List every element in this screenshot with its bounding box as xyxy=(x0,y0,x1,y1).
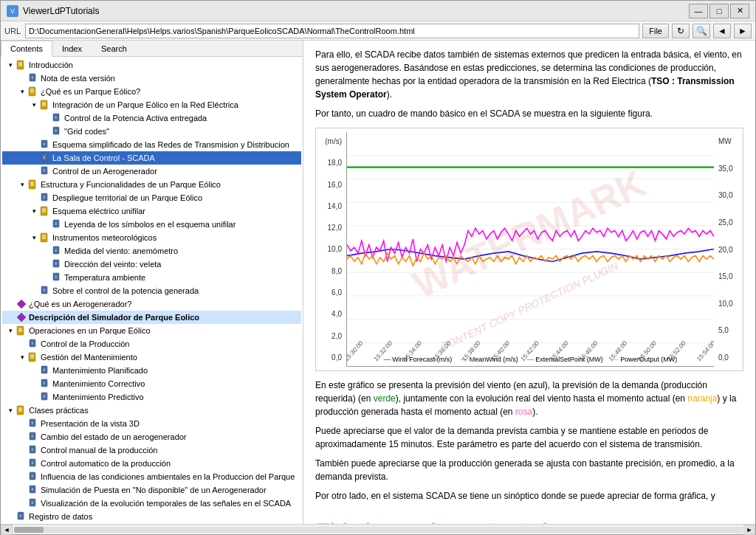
title-bar-left: V ViewerLdPTutorials xyxy=(7,5,99,17)
tree-item-24[interactable]: iMantenimiento Planificado xyxy=(2,364,301,377)
tree-item-18[interactable]: iSobre el control de la potencia generad… xyxy=(2,284,301,297)
maximize-button[interactable]: □ xyxy=(709,4,729,18)
expand-icon-19[interactable] xyxy=(5,299,16,309)
tree-item-17[interactable]: iTemperatura ambiente xyxy=(2,271,301,284)
tree-item-21[interactable]: ▾Operaciones en un Parque Eólico xyxy=(2,324,301,337)
tree-container[interactable]: ▾IntroduccióniNota de esta versión▾¿Qué … xyxy=(1,57,303,524)
expand-icon-28[interactable] xyxy=(17,418,27,429)
tree-item-32[interactable]: iInfluencia de las condiciones ambiental… xyxy=(2,470,301,483)
expand-icon-11[interactable] xyxy=(29,193,39,203)
back-button[interactable]: ◄ xyxy=(713,24,731,38)
search-toolbar-button[interactable]: 🔍 xyxy=(693,24,710,38)
expand-icon-4[interactable]: ▾ xyxy=(29,100,39,110)
tree-item-6[interactable]: i"Grid codes" xyxy=(2,125,301,138)
tree-item-27[interactable]: ▾Clases prácticas xyxy=(2,404,301,417)
address-bar[interactable] xyxy=(25,24,639,38)
expand-icon-24[interactable] xyxy=(29,365,39,376)
tree-item-10[interactable]: ▾Estructura y Funcionalidades de un Parq… xyxy=(2,178,301,191)
tree-item-5[interactable]: iControl de la Potencia Activa entregada xyxy=(2,111,301,125)
expand-icon-15[interactable] xyxy=(41,246,51,256)
tree-item-9[interactable]: iControl de un Aerogenerador xyxy=(2,165,301,178)
expand-icon-25[interactable] xyxy=(29,379,39,389)
tree-item-12[interactable]: ▾Esquema eléctrico unifilar xyxy=(2,204,301,218)
tree-item-11[interactable]: iDespliegue territorial de un Parque Eól… xyxy=(2,191,301,204)
tree-item-26[interactable]: iMantenimiento Predictivo xyxy=(2,390,301,404)
tree-item-4[interactable]: ▾Integración de un Parque Eólico en la R… xyxy=(2,98,301,111)
expand-icon-23[interactable]: ▾ xyxy=(17,352,27,362)
expand-icon-14[interactable]: ▾ xyxy=(29,232,39,243)
expand-icon-33[interactable] xyxy=(17,485,27,495)
tree-item-15[interactable]: iMedida del viento: anemómetro xyxy=(2,244,301,258)
refresh-button[interactable]: ↻ xyxy=(672,24,690,38)
tree-item-7[interactable]: iEsquema simplificado de las Redes de Tr… xyxy=(2,138,301,151)
expand-icon-26[interactable] xyxy=(29,392,39,402)
item-icon-32: i xyxy=(27,471,39,483)
tree-item-1[interactable]: ▾Introducción xyxy=(2,58,301,72)
item-icon-35: i xyxy=(16,511,27,522)
expand-icon-10[interactable]: ▾ xyxy=(17,179,27,190)
forward-button[interactable]: ► xyxy=(734,24,752,38)
expand-icon-3[interactable]: ▾ xyxy=(17,86,27,97)
expand-icon-1[interactable]: ▾ xyxy=(5,60,16,70)
tree-item-13[interactable]: iLeyenda de los símbolos en el esquema u… xyxy=(2,218,301,231)
tree-item-28[interactable]: iPresentación de la vista 3D xyxy=(2,417,301,430)
expand-icon-13[interactable] xyxy=(41,219,51,229)
expand-icon-7[interactable] xyxy=(29,139,39,150)
expand-icon-5[interactable] xyxy=(41,113,51,123)
tree-item-20[interactable]: Descripción del Simulador de Parque Eoli… xyxy=(2,311,301,324)
tree-item-2[interactable]: iNota de esta versión xyxy=(2,72,301,85)
svg-rect-56 xyxy=(29,353,35,362)
tree-item-30[interactable]: iControl manual de la producción xyxy=(2,443,301,457)
expand-icon-18[interactable] xyxy=(29,286,39,296)
expand-icon-34[interactable] xyxy=(17,498,27,508)
expand-icon-21[interactable]: ▾ xyxy=(5,325,16,336)
scroll-track[interactable] xyxy=(14,527,742,533)
tree-item-14[interactable]: ▾Instrumentos meteorológicos xyxy=(2,231,301,244)
item-icon-22: i xyxy=(27,338,39,350)
main-area: Contents Index Search ▾IntroduccióniNota… xyxy=(1,41,755,524)
tree-item-22[interactable]: iControl de la Producción xyxy=(2,337,301,351)
scroll-right-btn[interactable]: ► xyxy=(743,525,755,535)
item-icon-20 xyxy=(16,311,27,323)
tree-item-8[interactable]: iLa Sala de Control - SCADA xyxy=(2,151,301,165)
tree-item-25[interactable]: iMantenimiento Correctivo xyxy=(2,377,301,390)
expand-icon-9[interactable] xyxy=(29,166,39,176)
item-icon-28: i xyxy=(27,418,39,429)
tree-item-3[interactable]: ▾¿Qué es un Parque Eólico? xyxy=(2,85,301,98)
file-button[interactable]: File xyxy=(642,24,669,38)
right-panel[interactable]: WATERMARK CONTENT COPY PROTECTION PLUGIN… xyxy=(303,41,755,524)
expand-icon-16[interactable] xyxy=(41,259,51,269)
expand-icon-32[interactable] xyxy=(17,472,27,482)
tree-item-16[interactable]: iDirección del veinto: veleta xyxy=(2,258,301,271)
item-label-17: Temperatura ambiente xyxy=(64,273,145,282)
expand-icon-30[interactable] xyxy=(17,445,27,455)
tab-index[interactable]: Index xyxy=(52,41,92,56)
tab-contents[interactable]: Contents xyxy=(1,41,52,57)
expand-icon-27[interactable]: ▾ xyxy=(5,405,16,415)
expand-icon-8[interactable] xyxy=(29,153,39,163)
expand-icon-2[interactable] xyxy=(17,73,27,83)
expand-icon-6[interactable] xyxy=(41,126,51,137)
expand-icon-20[interactable] xyxy=(5,312,16,322)
expand-icon-12[interactable]: ▾ xyxy=(29,206,39,216)
tree-item-23[interactable]: ▾Gestión del Mantenimiento xyxy=(2,351,301,364)
scroll-left-btn[interactable]: ◄ xyxy=(1,525,13,535)
item-icon-31: i xyxy=(27,458,39,469)
tree-item-34[interactable]: iVisualización de la evolución temporale… xyxy=(2,497,301,510)
tree-item-31[interactable]: iControl automatico de la producción xyxy=(2,457,301,470)
legend-setpoint: — ExternalSetPoint (MW) xyxy=(527,355,603,365)
expand-icon-31[interactable] xyxy=(17,458,27,469)
expand-icon-17[interactable] xyxy=(41,272,51,283)
close-button[interactable]: ✕ xyxy=(730,4,749,18)
expand-icon-35[interactable] xyxy=(5,511,16,522)
expand-icon-22[interactable] xyxy=(17,339,27,349)
tree-item-29[interactable]: iCambio del estado de un aerogenerador xyxy=(2,430,301,443)
tree-item-19[interactable]: ¿Qué es un Aerogenerador? xyxy=(2,297,301,311)
expand-icon-29[interactable] xyxy=(17,432,27,442)
legend-wind-forecast: — Wind Forecast (m/s) xyxy=(384,355,453,365)
tab-search[interactable]: Search xyxy=(92,41,137,56)
window-title: ViewerLdPTutorials xyxy=(23,6,99,16)
tree-item-33[interactable]: iSimulación de Puesta en "No disponible"… xyxy=(2,483,301,497)
tree-item-35[interactable]: iRegistro de datos xyxy=(2,510,301,523)
minimize-button[interactable]: — xyxy=(689,4,708,18)
